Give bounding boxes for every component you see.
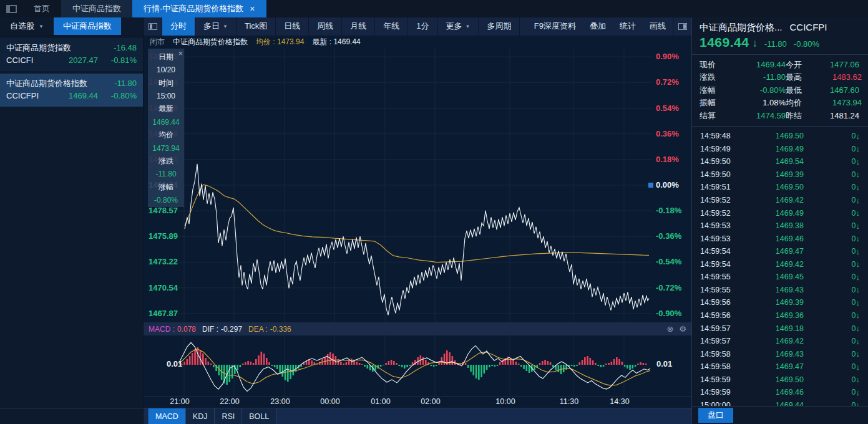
svg-text:1478.57: 1478.57 xyxy=(149,206,178,215)
instrument-code: CCICFPI xyxy=(6,90,54,102)
watchlist-group-selector[interactable]: 自选股 ▼ xyxy=(0,17,54,35)
watch-item-CCICFPI[interactable]: 中证商品期货价格指数-11.80CCICFPI1469.44-0.80% xyxy=(0,74,143,107)
tooltip-label: 涨跌 xyxy=(148,155,184,168)
quote-change: -11.80 xyxy=(764,39,787,49)
time-tick-label: 10:00 xyxy=(495,397,515,406)
tick-row[interactable]: 14:59:521469.420↓ xyxy=(692,194,868,207)
top-tab-1[interactable]: 中证商品指数 xyxy=(61,0,132,17)
toolbar-button-周线[interactable]: 周线 xyxy=(309,17,342,36)
top-tab-2[interactable]: 行情-中证商品期货价格指数× xyxy=(132,0,266,17)
stat-value: 1.08% xyxy=(724,97,786,109)
down-arrow-icon: ↓ xyxy=(856,234,861,243)
toolbar-button-更多[interactable]: 更多▼ xyxy=(438,17,479,36)
quote-header: 中证商品期货价格... CCICFPI 1469.44 ↓ -11.80 -0.… xyxy=(692,17,868,53)
top-tab-0[interactable]: 首页 xyxy=(22,0,61,17)
svg-text:1467.87: 1467.87 xyxy=(149,309,178,318)
main-chart[interactable]: 1494.611491.941489.261486.591483.911481.… xyxy=(144,49,691,322)
tick-time: 14:59:56 xyxy=(700,311,749,320)
toolbar-link-F9深度资料[interactable]: F9深度资料 xyxy=(527,17,583,36)
toolbar-link-画线[interactable]: 画线 xyxy=(643,17,673,36)
tick-row[interactable]: 14:59:561469.390↓ xyxy=(692,296,868,309)
tick-row[interactable]: 14:59:501469.390↓ xyxy=(692,168,868,181)
window-menu-button[interactable] xyxy=(0,0,22,17)
tick-row[interactable]: 14:59:501469.540↓ xyxy=(692,155,868,168)
panel-left-icon xyxy=(149,23,157,30)
tool-links: F9深度资料叠加统计画线 xyxy=(527,17,673,36)
indicator-tab-RSI[interactable]: RSI xyxy=(215,408,242,424)
tooltip-value: 1469.44 xyxy=(148,115,184,128)
tick-row[interactable]: 14:59:511469.500↓ xyxy=(692,181,868,194)
indicator-tab-KDJ[interactable]: KDJ xyxy=(186,408,215,424)
tick-row[interactable]: 14:59:491469.490↓ xyxy=(692,143,868,156)
toolbar-link-统计[interactable]: 统计 xyxy=(613,17,643,36)
toolbar-button-分时[interactable]: 分时 xyxy=(162,17,195,36)
stat-value: 1473.94 xyxy=(814,97,862,109)
tick-row[interactable]: 14:59:541469.420↓ xyxy=(692,258,868,271)
instrument-name: 中证商品期货指数 xyxy=(6,42,114,54)
toolbar-button-1分[interactable]: 1分 xyxy=(408,17,437,36)
toolbar-button-月线[interactable]: 月线 xyxy=(342,17,375,36)
tick-row[interactable]: 14:59:591469.460↓ xyxy=(692,386,868,399)
down-arrow-icon: ↓ xyxy=(856,337,861,346)
tick-price: 1469.50 xyxy=(749,375,804,384)
indicator-tab-BOLL[interactable]: BOLL xyxy=(242,408,276,424)
tab-close-icon[interactable]: × xyxy=(250,4,255,14)
toolbar-button-年线[interactable]: 年线 xyxy=(375,17,408,36)
tick-time: 14:59:59 xyxy=(700,375,749,384)
last-price-readout: 最新 : 1469.44 xyxy=(312,37,360,47)
toolbar-button-多日[interactable]: 多日▼ xyxy=(195,17,237,36)
tick-row[interactable]: 14:59:541469.470↓ xyxy=(692,245,868,258)
watchlist-active-tab[interactable]: 中证商品指数 xyxy=(54,17,121,35)
tick-row[interactable]: 14:59:591469.500↓ xyxy=(692,373,868,386)
tick-row[interactable]: 14:59:571469.180↓ xyxy=(692,322,868,335)
time-tick-label: 23:00 xyxy=(270,397,290,406)
svg-text:0.90%: 0.90% xyxy=(656,52,679,61)
watchlist-sidebar: 自选股 ▼ 中证商品指数 中证商品期货指数-16.48CCICFI2027.47… xyxy=(0,17,144,424)
tick-row[interactable]: 14:59:551469.430↓ xyxy=(692,284,868,297)
toolbar-button-Tick图[interactable]: Tick图 xyxy=(237,17,276,36)
collapse-left-panel-button[interactable] xyxy=(144,17,162,36)
watch-item-row: 中证商品期货指数-16.48 xyxy=(6,42,137,54)
tick-price: 1469.18 xyxy=(749,324,804,333)
tick-volume: 0↓ xyxy=(852,388,860,397)
tick-price: 1469.39 xyxy=(749,298,804,307)
tick-row[interactable]: 14:59:481469.500↓ xyxy=(692,130,868,143)
tick-row[interactable]: 14:59:571469.420↓ xyxy=(692,335,868,348)
tooltip-close-icon[interactable]: × xyxy=(178,49,183,57)
down-arrow-icon: ↓ xyxy=(856,272,861,282)
toolbar-button-多周期[interactable]: 多周期 xyxy=(479,17,520,36)
watch-item-CCICFI[interactable]: 中证商品期货指数-16.48CCICFI2027.47-0.81% xyxy=(0,38,143,71)
toolbar-link-叠加[interactable]: 叠加 xyxy=(583,17,613,36)
macd-pane[interactable]: 0.01 0.01 xyxy=(144,335,691,397)
tick-time: 14:59:56 xyxy=(700,298,749,307)
chart-toolbar: 分时多日▼Tick图日线周线月线年线1分更多▼多周期 F9深度资料叠加统计画线 xyxy=(144,17,691,36)
tick-row[interactable]: 14:59:531469.380↓ xyxy=(692,219,868,233)
stat-label: 最低 xyxy=(786,84,814,97)
order-book-button[interactable]: 盘口 xyxy=(698,408,733,423)
macd-label: MACD : xyxy=(149,325,175,334)
tick-price: 1469.42 xyxy=(749,260,804,269)
tick-time: 14:59:59 xyxy=(700,388,749,397)
down-arrow-icon: ↓ xyxy=(856,324,861,333)
close-indicator-icon[interactable]: ⊗ xyxy=(666,324,673,334)
svg-text:1475.89: 1475.89 xyxy=(149,231,178,241)
indicator-settings-icon[interactable]: ⚙ xyxy=(679,324,686,334)
tick-list[interactable]: 14:59:481469.500↓14:59:491469.490↓14:59:… xyxy=(692,128,868,406)
indicator-tab-MACD[interactable]: MACD xyxy=(148,408,186,424)
tick-row[interactable]: 14:59:581469.430↓ xyxy=(692,347,868,360)
tick-row[interactable]: 14:59:521469.490↓ xyxy=(692,206,868,219)
toolbar-button-日线[interactable]: 日线 xyxy=(276,17,309,36)
collapse-right-panel-button[interactable] xyxy=(673,17,691,36)
tick-row[interactable]: 15:00:001469.440↓ xyxy=(692,399,868,406)
tick-row[interactable]: 14:59:531469.460↓ xyxy=(692,232,868,245)
tick-time: 14:59:55 xyxy=(700,272,749,281)
macd-zero-label-right: 0.01 xyxy=(656,359,672,369)
time-tick-label: 02:00 xyxy=(421,397,440,406)
tick-row[interactable]: 14:59:551469.450↓ xyxy=(692,271,868,284)
instrument-code: CCICFI xyxy=(6,54,54,67)
tick-time: 14:59:58 xyxy=(700,362,749,371)
tick-price: 1469.47 xyxy=(749,362,804,371)
tick-row[interactable]: 14:59:561469.360↓ xyxy=(692,309,868,322)
tick-row[interactable]: 14:59:581469.470↓ xyxy=(692,360,868,373)
down-arrow-icon: ↓ xyxy=(856,183,861,192)
